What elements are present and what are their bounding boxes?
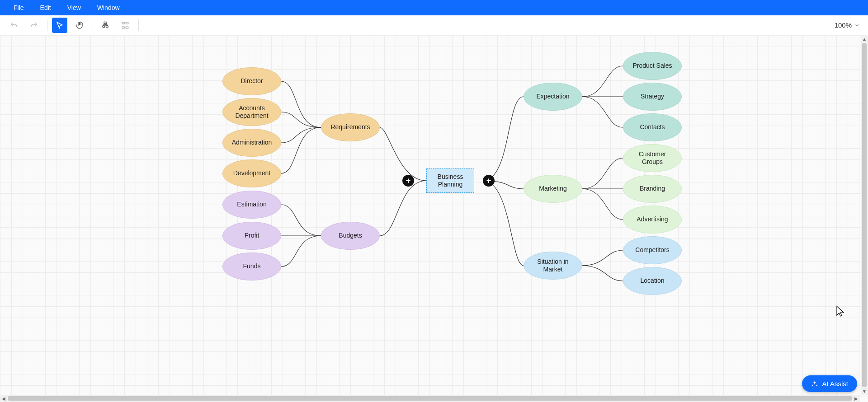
node-label: Product Sales bbox=[632, 62, 672, 70]
svg-rect-6 bbox=[126, 27, 128, 28]
separator bbox=[93, 19, 93, 31]
scroll-left-icon[interactable]: ◀ bbox=[0, 395, 7, 402]
ai-assist-button[interactable]: AI Assist bbox=[802, 375, 857, 392]
node-branding[interactable]: Branding bbox=[623, 175, 682, 203]
add-right-button[interactable]: + bbox=[483, 175, 495, 187]
node-label: Director bbox=[241, 77, 263, 85]
root-node[interactable]: Business Planning bbox=[426, 168, 474, 193]
node-administration[interactable]: Administration bbox=[222, 129, 281, 157]
node-label: Branding bbox=[640, 185, 665, 193]
svg-rect-4 bbox=[126, 22, 128, 24]
pointer-icon bbox=[56, 21, 64, 29]
node-advertising[interactable]: Advertising bbox=[623, 206, 682, 234]
scroll-down-icon[interactable]: ▼ bbox=[861, 388, 868, 395]
add-sibling-button[interactable] bbox=[118, 18, 133, 33]
undo-icon bbox=[10, 21, 18, 29]
horizontal-scrollbar[interactable]: ◀ ▶ bbox=[0, 395, 860, 402]
node-accounts-department[interactable]: Accounts Department bbox=[222, 98, 281, 126]
undo-button[interactable] bbox=[6, 18, 22, 33]
hand-icon bbox=[75, 21, 84, 29]
node-requirements[interactable]: Requirements bbox=[321, 113, 380, 141]
node-label: Profit bbox=[245, 232, 259, 240]
add-sibling-icon bbox=[121, 21, 129, 29]
svg-rect-0 bbox=[104, 22, 107, 23]
redo-button[interactable] bbox=[26, 18, 42, 33]
grid-background bbox=[0, 35, 868, 402]
node-label: Advertising bbox=[637, 215, 668, 224]
zoom-dropdown[interactable]: 100% bbox=[835, 21, 860, 29]
node-customer-groups[interactable]: Customer Groups bbox=[623, 144, 682, 172]
node-director[interactable]: Director bbox=[222, 67, 281, 95]
node-label: Expectation bbox=[536, 93, 569, 101]
node-contacts[interactable]: Contacts bbox=[623, 113, 682, 141]
zoom-value: 100% bbox=[835, 21, 852, 29]
svg-rect-1 bbox=[103, 25, 105, 27]
scroll-right-icon[interactable]: ▶ bbox=[853, 395, 860, 402]
menu-edit[interactable]: Edit bbox=[32, 4, 59, 11]
node-marketing[interactable]: Marketing bbox=[524, 175, 582, 203]
vertical-scrollbar[interactable]: ▲ ▼ bbox=[861, 35, 868, 395]
node-label: Development bbox=[233, 169, 271, 178]
node-label: Location bbox=[641, 277, 665, 285]
svg-rect-2 bbox=[106, 25, 108, 27]
node-label: Strategy bbox=[641, 93, 664, 101]
separator bbox=[138, 19, 139, 31]
node-label: Requirements bbox=[330, 123, 370, 131]
pointer-tool-button[interactable] bbox=[52, 18, 67, 33]
node-profit[interactable]: Profit bbox=[222, 222, 281, 250]
menu-file[interactable]: File bbox=[5, 4, 32, 11]
node-label: Funds bbox=[243, 262, 261, 271]
add-child-icon bbox=[101, 21, 109, 29]
redo-icon bbox=[30, 21, 38, 29]
node-estimation[interactable]: Estimation bbox=[222, 191, 281, 219]
node-funds[interactable]: Funds bbox=[222, 252, 281, 280]
add-left-button[interactable]: + bbox=[402, 175, 414, 187]
ai-assist-label: AI Assist bbox=[822, 380, 848, 388]
node-label: Administration bbox=[232, 139, 272, 147]
pan-tool-button[interactable] bbox=[72, 18, 87, 33]
canvas[interactable]: Business Planning + + Requirements Direc… bbox=[0, 35, 868, 402]
node-budgets[interactable]: Budgets bbox=[321, 222, 380, 250]
svg-rect-5 bbox=[122, 27, 124, 28]
toolbar: 100% bbox=[0, 15, 868, 35]
node-product-sales[interactable]: Product Sales bbox=[623, 52, 682, 80]
menu-view[interactable]: View bbox=[59, 4, 89, 11]
separator bbox=[47, 19, 47, 31]
node-label: Marketing bbox=[539, 185, 566, 193]
node-label: Accounts Department bbox=[235, 104, 268, 120]
menu-window[interactable]: Window bbox=[89, 4, 128, 11]
chevron-down-icon bbox=[854, 23, 860, 28]
node-strategy[interactable]: Strategy bbox=[623, 83, 682, 111]
node-label: Competitors bbox=[635, 246, 669, 254]
scroll-thumb[interactable] bbox=[862, 43, 867, 387]
node-expectation[interactable]: Expectation bbox=[524, 83, 582, 111]
node-competitors[interactable]: Competitors bbox=[623, 236, 682, 264]
node-label: Budgets bbox=[339, 232, 362, 240]
node-location[interactable]: Location bbox=[623, 267, 682, 295]
node-development[interactable]: Development bbox=[222, 159, 281, 187]
scroll-up-icon[interactable]: ▲ bbox=[861, 35, 868, 42]
node-label: Situation in Market bbox=[537, 258, 568, 274]
node-label: Customer Groups bbox=[628, 150, 677, 166]
root-label: Business Planning bbox=[438, 173, 463, 189]
node-situation-in-market[interactable]: Situation in Market bbox=[524, 252, 582, 280]
node-label: Contacts bbox=[640, 123, 665, 131]
svg-rect-3 bbox=[122, 22, 124, 24]
add-child-button[interactable] bbox=[98, 18, 113, 33]
menu-bar: File Edit View Window bbox=[0, 0, 868, 15]
sparkle-icon bbox=[811, 380, 818, 388]
scroll-thumb[interactable] bbox=[8, 396, 852, 401]
node-label: Estimation bbox=[237, 201, 266, 209]
